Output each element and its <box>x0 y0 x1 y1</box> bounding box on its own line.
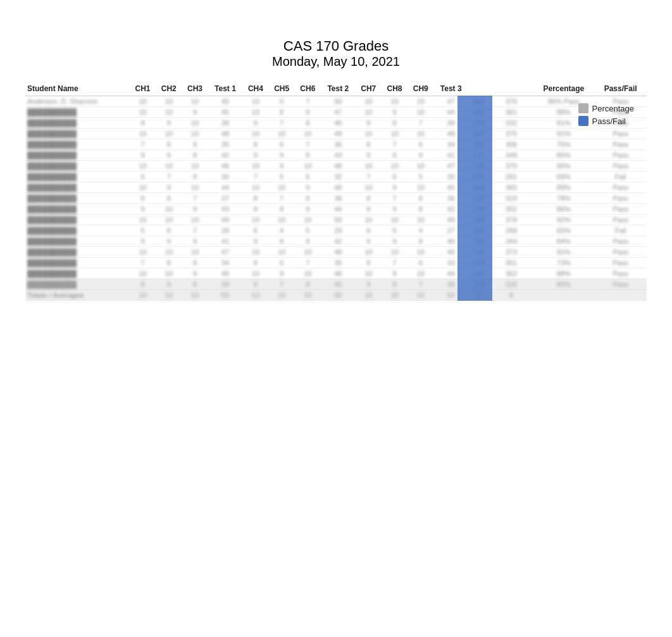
header-col15 <box>490 82 533 96</box>
legend-percentage-label: Percentage <box>592 104 635 113</box>
title-section: CAS 170 Grades Monday, May 10, 2021 <box>0 0 672 69</box>
legend-percentage: Percentage <box>578 103 635 113</box>
table-row: ██████████ 101010 46109 104810 101047 14… <box>25 161 647 172</box>
table-row: ██████████ 567 2864 5296 5427 105268 65%… <box>25 225 647 236</box>
legend-passfail-label: Pass/Fail <box>592 117 626 126</box>
bottom-blur-overlay <box>25 279 647 301</box>
cell-student-name: ██████████ <box>25 107 130 118</box>
legend-percentage-icon <box>578 103 588 113</box>
table-header-row: Student Name CH1 CH2 CH3 Test 1 CH4 CH5 … <box>25 82 647 96</box>
cell-ch9: 10 <box>408 96 433 107</box>
page-container: CAS 170 Grades Monday, May 10, 2021 Stud… <box>0 0 672 637</box>
table-row: ██████████ 999 4198 9429 9840 135344 84%… <box>25 236 647 247</box>
table-row: ██████████ 9109 4398 9449 9842 138352 86… <box>25 204 647 215</box>
header-ch5: CH5 <box>269 82 295 96</box>
cell-student-name: ██████████ <box>25 129 130 139</box>
grades-table: Student Name CH1 CH2 CH3 Test 1 CH4 CH5 … <box>25 82 647 301</box>
cell-ch6: 7 <box>295 96 321 107</box>
cell-test1: 40 <box>208 96 243 107</box>
table-row: ██████████ 887 3787 8388 7836 125319 78%… <box>25 193 647 204</box>
header-passfail: Pass/Fail <box>594 82 647 96</box>
header-student-name: Student Name <box>25 82 130 96</box>
table-row: ██████████ 8910 3897 8409 8739 130332 81… <box>25 118 647 129</box>
table-row: Anderson, D. Shannon 10 10 10 40 10 0 7 … <box>25 96 647 107</box>
header-ch4: CH4 <box>242 82 268 96</box>
page-title-line1: CAS 170 Grades <box>0 38 672 54</box>
header-percentage: Percentage <box>533 82 594 96</box>
legend-area: Percentage Pass/Fail <box>578 103 635 126</box>
table-row: ██████████ 998 4299 8439 8941 137349 85%… <box>25 150 647 161</box>
table-row: ██████████ 678 3075 6327 6530 110281 69%… <box>25 172 647 182</box>
cell-student-name: ██████████ <box>25 118 130 129</box>
table-row: ██████████ 10109 45108 94710 91044 14136… <box>25 107 647 118</box>
cell-ch4: 10 <box>242 96 268 107</box>
page-title-line2: Monday, May 10, 2021 <box>0 54 672 69</box>
cell-ch3: 10 <box>182 96 208 107</box>
header-ch1: CH1 <box>130 82 156 96</box>
header-ch6: CH6 <box>295 82 321 96</box>
cell-ch5: 0 <box>269 96 295 107</box>
header-ch2: CH2 <box>156 82 182 96</box>
cell-ch7: 10 <box>356 96 382 107</box>
header-ch7: CH7 <box>356 82 382 96</box>
cell-ch1: 10 <box>130 96 156 107</box>
header-col14 <box>468 82 489 96</box>
header-test1: Test 1 <box>208 82 243 96</box>
cell-test2: 50 <box>321 96 356 107</box>
table-row: ██████████ 789 3586 7368 7634 120306 75%… <box>25 139 647 150</box>
table-row: ██████████ 101010 471010 104810 101046 1… <box>25 247 647 258</box>
blue-bar-chart <box>457 96 492 301</box>
cell-ch8: 10 <box>382 96 408 107</box>
cell-student-name: Anderson, D. Shannon <box>25 96 130 107</box>
header-ch9: CH9 <box>408 82 433 96</box>
header-test2: Test 2 <box>321 82 356 96</box>
legend-passfail-icon <box>578 116 588 126</box>
header-test3: Test 3 <box>433 82 468 96</box>
header-ch3: CH3 <box>182 82 208 96</box>
table-row: ██████████ 101010 491010 105010 101049 1… <box>25 215 647 225</box>
cell-ch2: 10 <box>156 96 182 107</box>
legend-passfail: Pass/Fail <box>578 116 626 126</box>
table-row: ██████████ 10109 45109 104610 91044 1423… <box>25 268 647 279</box>
grades-table-container: Student Name CH1 CH2 CH3 Test 1 CH4 CH5 … <box>25 82 647 301</box>
table-row: ██████████ 101010 481010 104910 101048 1… <box>25 129 647 139</box>
cell-col15: 370 <box>490 96 533 107</box>
table-row: ██████████ 788 3486 7358 7633 118301 73%… <box>25 258 647 268</box>
header-ch8: CH8 <box>382 82 408 96</box>
table-row: ██████████ 10910 441010 94610 91045 1433… <box>25 182 647 193</box>
